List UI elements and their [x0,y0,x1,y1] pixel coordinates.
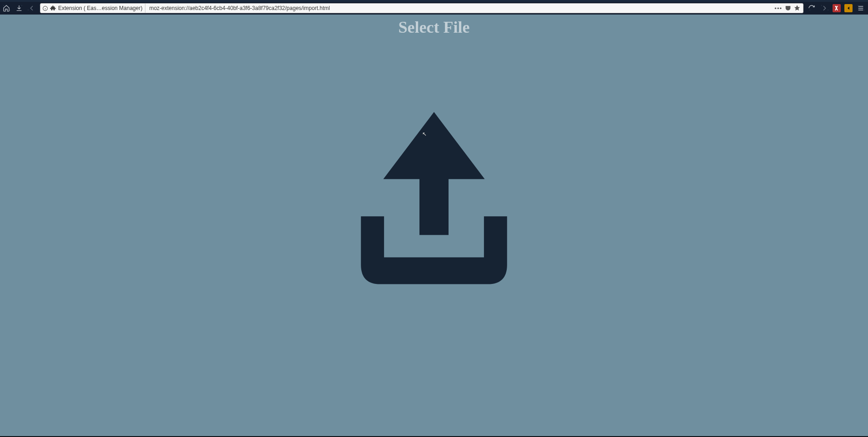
select-file-button[interactable] [336,101,532,292]
url-text: moz-extension://aeb2c4f4-6cb4-40bf-a3f6-… [147,5,772,11]
reload-button[interactable] [807,4,816,13]
page-content: Select File ↖ [0,15,868,436]
extension-a-icon[interactable] [833,4,841,12]
identity-label: Extension ( Eas…ession Manager) [58,5,142,11]
extension-b-icon[interactable] [844,4,853,12]
extension-icon [50,5,56,11]
menu-button[interactable] [856,4,865,13]
forward-button[interactable] [820,4,829,13]
back-button[interactable] [27,4,36,13]
toolbar-right [807,4,865,13]
address-bar[interactable]: Extension ( Eas…ession Manager) moz-exte… [40,3,803,13]
pocket-icon[interactable] [785,5,791,11]
upload-icon [336,101,532,292]
home-button[interactable] [2,4,11,13]
site-identity[interactable]: Extension ( Eas…ession Manager) [42,4,145,13]
downloads-button[interactable] [15,4,24,13]
info-icon [42,5,48,11]
svg-rect-2 [419,175,449,235]
browser-toolbar: Extension ( Eas…ession Manager) moz-exte… [0,2,868,15]
bookmark-star-icon[interactable] [794,5,800,11]
page-title: Select File [0,15,868,37]
page-actions-button[interactable]: ••• [774,5,782,12]
url-actions: ••• [773,5,801,12]
svg-marker-1 [383,112,484,179]
